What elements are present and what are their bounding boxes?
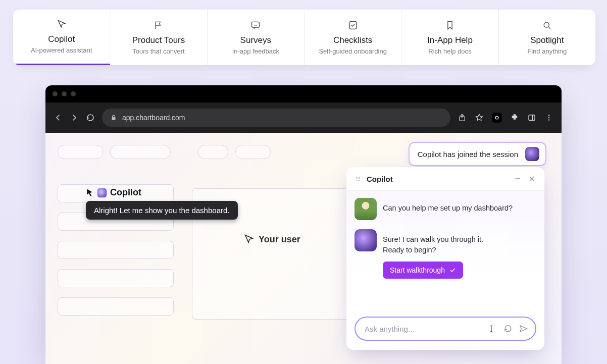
tab-in-app-help[interactable]: In-App Help Rich help docs (401, 10, 498, 65)
svg-point-9 (356, 177, 357, 178)
tab-title: In-App Help (427, 35, 473, 45)
copilot-messages: Can you help me set up my dashboard? Sur… (346, 191, 544, 309)
svg-point-15 (356, 180, 357, 181)
browser-toolbar: app.chartboard.com (45, 102, 562, 133)
message-user: Can you help me set up my dashboard? (355, 198, 536, 220)
chat-smile-icon (250, 20, 261, 30)
page-viewport: Add Your YourFirst listing Calendar Copi… (45, 133, 562, 364)
svg-point-4 (495, 116, 498, 119)
start-walkthrough-button[interactable]: Start walkthrough (383, 262, 463, 279)
svg-point-16 (358, 180, 359, 181)
search-icon (542, 20, 552, 30)
tab-checklists[interactable]: Checklists Self-guided onboarding (305, 10, 401, 65)
extension-badge-icon[interactable] (492, 113, 502, 123)
tab-surveys[interactable]: Surveys In-app feedback (208, 10, 305, 65)
send-icon[interactable] (518, 324, 528, 334)
svg-point-14 (359, 178, 360, 179)
forward-icon[interactable] (70, 113, 79, 122)
sidepanel-icon[interactable] (527, 113, 536, 122)
reload-icon[interactable] (86, 113, 95, 122)
url-bar[interactable]: app.chartboard.com (102, 109, 450, 127)
toast-text: Copilot has joined the session (418, 150, 518, 159)
back-icon[interactable] (54, 113, 63, 122)
tab-title: Checklists (333, 35, 372, 45)
tab-title: Surveys (240, 35, 271, 45)
traffic-light-min-icon[interactable] (62, 91, 67, 96)
message-bot: Sure! I can walk you through it. Ready t… (355, 229, 536, 279)
browser-window: app.chartboard.com (45, 85, 562, 364)
tab-title: Product Tours (132, 35, 185, 45)
user-cursor: Your user (243, 234, 300, 245)
copilot-joined-toast: Copilot has joined the session (409, 142, 546, 166)
bookmark-star-icon[interactable] (475, 113, 484, 122)
share-icon[interactable] (458, 113, 467, 122)
message-line: Ready to begin? (383, 246, 436, 254)
svg-point-10 (358, 177, 359, 178)
svg-point-2 (544, 22, 549, 27)
traffic-light-close-icon[interactable] (53, 91, 58, 96)
copilot-panel: Copilot Can you help me set up my dashbo… (346, 167, 544, 350)
button-label: Start walkthrough (390, 266, 445, 274)
lock-icon (110, 114, 117, 121)
close-icon[interactable] (527, 174, 536, 183)
drag-handle-icon[interactable] (355, 175, 362, 182)
copilot-avatar-icon (355, 229, 377, 251)
tab-product-tours[interactable]: Product Tours Tours that convert (110, 10, 207, 65)
message-text: Sure! I can walk you through it. Ready t… (383, 229, 483, 279)
copilot-title: Copilot (367, 175, 393, 183)
copilot-cursor-label: Copilot (110, 187, 141, 198)
tab-copilot[interactable]: Copilot AI-powered assistant (13, 10, 110, 65)
svg-point-13 (358, 178, 359, 179)
svg-point-6 (548, 115, 549, 116)
user-cursor-label: Your user (259, 234, 300, 245)
feature-tabs: Copilot AI-powered assistant Product Tou… (13, 10, 595, 65)
tab-title: Spotlight (530, 35, 564, 45)
text-caret-icon (487, 323, 496, 334)
svg-rect-5 (529, 115, 535, 121)
copilot-input-area (346, 309, 544, 350)
traffic-light-max-icon[interactable] (71, 91, 76, 96)
bookmark-icon (445, 20, 455, 30)
copilot-text-input[interactable] (365, 325, 484, 333)
kebab-menu-icon[interactable] (544, 113, 553, 122)
copilot-input[interactable] (355, 317, 536, 341)
copilot-avatar-icon (97, 188, 107, 198)
extensions-icon[interactable] (510, 113, 519, 122)
copilot-cursor: Copilot Alright! Let me show you the das… (86, 187, 238, 220)
copilot-avatar-icon (525, 147, 539, 161)
svg-point-11 (359, 177, 360, 178)
copilot-header[interactable]: Copilot (346, 167, 544, 191)
svg-point-8 (548, 119, 549, 120)
tab-subtitle: In-app feedback (232, 47, 279, 55)
cursor-icon (57, 19, 67, 29)
tab-title: Copilot (48, 34, 75, 44)
tab-subtitle: AI-powered assistant (31, 46, 92, 54)
svg-point-12 (356, 178, 357, 179)
tab-subtitle: Rich help docs (428, 47, 471, 55)
toolbar-right (458, 113, 553, 123)
copilot-cursor-bubble: Alright! Let me show you the dashboard. (86, 201, 238, 220)
minimize-icon[interactable] (513, 174, 522, 183)
tab-subtitle: Tours that convert (132, 47, 184, 55)
user-avatar-icon (355, 198, 377, 220)
url-text: app.chartboard.com (122, 114, 185, 122)
tab-subtitle: Find anything (527, 47, 567, 55)
refresh-icon[interactable] (503, 324, 513, 334)
svg-rect-0 (252, 22, 260, 27)
svg-point-17 (359, 180, 360, 181)
message-line: Sure! I can walk you through it. (383, 235, 483, 243)
checklist-icon (348, 20, 358, 30)
message-text: Can you help me set up my dashboard? (383, 198, 513, 220)
svg-point-7 (548, 117, 549, 118)
tab-subtitle: Self-guided onboarding (319, 47, 386, 55)
tab-spotlight[interactable]: Spotlight Find anything (499, 10, 595, 65)
flag-icon (154, 20, 164, 30)
window-titlebar (45, 85, 562, 102)
